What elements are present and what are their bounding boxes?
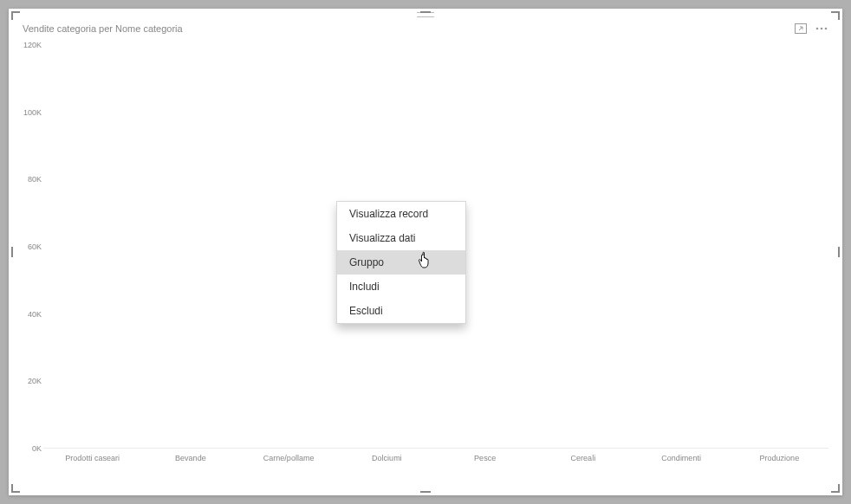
svg-point-2	[821, 28, 823, 30]
y-tick: 100K	[19, 108, 42, 117]
menu-item[interactable]: Visualizza record	[337, 202, 465, 226]
y-tick: 80K	[19, 175, 42, 184]
y-tick: 0K	[19, 444, 42, 453]
drag-handle-icon[interactable]	[417, 12, 434, 17]
y-tick: 20K	[19, 377, 42, 385]
menu-item[interactable]: Includi	[337, 275, 465, 299]
x-label: Bevande	[175, 454, 206, 462]
visual-container[interactable]: Vendite categoria per Nome categoria 0K2…	[9, 9, 842, 495]
svg-point-1	[816, 28, 819, 30]
menu-item[interactable]: Visualizza dati	[337, 226, 465, 250]
chart-title: Vendite categoria per Nome categoria	[23, 23, 794, 34]
x-label: Cereali	[571, 454, 596, 462]
focus-mode-icon[interactable]	[794, 22, 808, 36]
y-axis: 0K20K40K60K80K100K120K	[19, 45, 42, 449]
context-menu[interactable]: Visualizza recordVisualizza datiGruppoIn…	[336, 201, 466, 324]
x-axis: Prodotti caseariBevandeCarne/pollameDolc…	[43, 454, 828, 466]
y-tick: 40K	[19, 310, 42, 319]
x-label: Condimenti	[661, 454, 701, 462]
y-tick: 120K	[19, 41, 42, 49]
more-options-icon[interactable]	[815, 22, 828, 36]
x-label: Prodotti caseari	[65, 454, 120, 462]
menu-item[interactable]: Gruppo	[337, 250, 465, 275]
x-label: Produzione	[760, 454, 800, 462]
x-label: Pesce	[474, 454, 496, 462]
y-tick: 60K	[19, 242, 42, 251]
x-label: Carne/pollame	[263, 454, 315, 462]
x-label: Dolciumi	[372, 454, 402, 462]
svg-point-3	[825, 28, 828, 30]
menu-item[interactable]: Escludi	[337, 299, 465, 323]
